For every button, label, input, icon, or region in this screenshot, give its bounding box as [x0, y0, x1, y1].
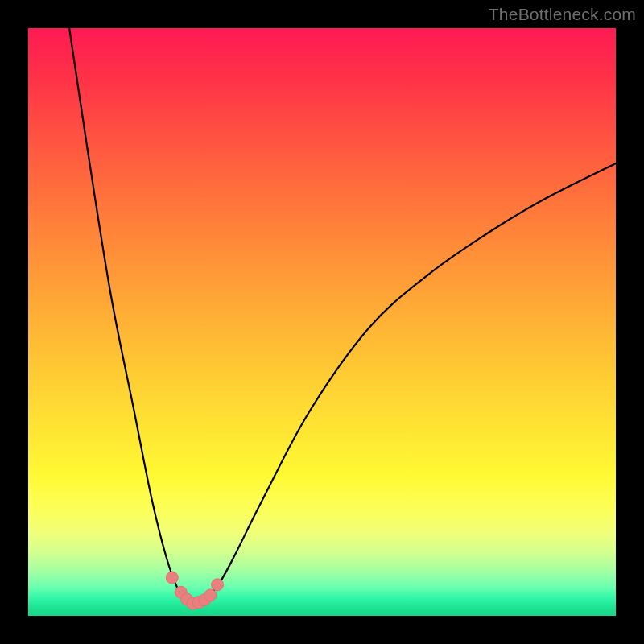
marker-group: [166, 572, 223, 609]
marker-dot: [204, 589, 217, 601]
curve-right-branch: [192, 163, 616, 605]
watermark-text: TheBottleneck.com: [489, 5, 636, 24]
chart-frame: TheBottleneck.com: [0, 0, 644, 644]
chart-svg: [28, 28, 616, 616]
curve-left-branch: [69, 28, 192, 604]
marker-dot: [212, 579, 224, 591]
plot-area: [28, 28, 616, 616]
marker-dot: [166, 572, 178, 584]
